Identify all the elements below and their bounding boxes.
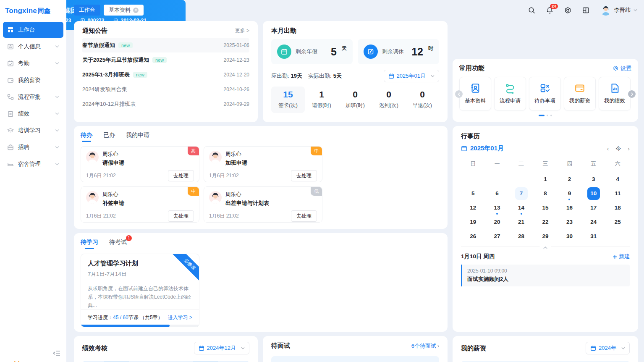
calendar-day[interactable]: 19 (461, 215, 485, 229)
calendar-day[interactable]: 31 (581, 229, 605, 243)
carousel-prev-icon[interactable] (455, 90, 463, 98)
month-select[interactable]: 2025年01月 (384, 70, 439, 82)
calendar-day[interactable]: 26 (461, 229, 485, 243)
todo-card: 低 周乐心 出差申请与计划表 1月6日 21:02 去处理 (204, 186, 322, 223)
tab-basic-profile[interactable]: 基本资料 ✕ (104, 5, 144, 16)
apps-grid-icon[interactable] (582, 7, 589, 14)
tab-workbench[interactable]: 工作台 (74, 5, 100, 16)
enter-learning-link[interactable]: 进入学习 > (168, 314, 192, 321)
user-menu[interactable]: 李晋纬 (600, 5, 637, 16)
carousel-next-icon[interactable] (628, 90, 636, 98)
calendar-day[interactable]: 20 (485, 215, 509, 229)
stat-overtime[interactable]: 0加班(时) (338, 87, 372, 113)
learning-card[interactable]: 必修课 人才管理学习计划 7月1日-7月14日 从求职角度，在面试前建立自己的算… (81, 254, 199, 327)
stat-late[interactable]: 0迟到(次) (372, 87, 406, 113)
sidebar-item-label: 绩效 (18, 110, 29, 118)
handle-button[interactable]: 去处理 (168, 210, 194, 222)
handle-button[interactable]: 去处理 (168, 170, 194, 181)
calendar-day[interactable]: 16 (558, 201, 581, 215)
tab-todo[interactable]: 待办 (81, 131, 92, 142)
stat-checkins[interactable]: 15签卡(次) (271, 87, 305, 113)
stat-early-leave[interactable]: 0早退(次) (406, 87, 439, 113)
calendar-day[interactable]: 15 (533, 201, 557, 215)
chevron-up-icon[interactable] (540, 244, 551, 252)
sidebar-item-performance[interactable]: 绩效 (3, 106, 63, 122)
salary-year-select[interactable]: 2024年 (586, 342, 630, 354)
quick-card-flow-apply[interactable]: 流程申请 (494, 77, 526, 110)
calendar-day[interactable]: 12 (461, 201, 485, 215)
quick-card-basic-profile[interactable]: 基本资料 (459, 77, 491, 110)
carousel-dot[interactable] (539, 115, 545, 116)
learning-panel: 待学习 待考试 1 必修课 人才管理学习计划 7月1日-7月14日 从求职角度，… (74, 233, 448, 332)
calendar-day[interactable]: 10 (581, 186, 605, 200)
calendar-day[interactable]: 5 (461, 186, 485, 200)
calendar-next-icon[interactable]: › (628, 145, 630, 152)
calendar-day[interactable]: 3 (581, 172, 605, 186)
sidebar-item-dormitory[interactable]: 宿舍管理 (3, 156, 63, 172)
tab-to-exam[interactable]: 待考试 1 (109, 239, 127, 249)
sidebar-item-attendance[interactable]: 考勤 (3, 55, 63, 71)
calendar-month-label: 2025年01月 (470, 144, 504, 152)
sidebar-item-recruitment[interactable]: 招聘 (3, 139, 63, 155)
settings-link[interactable]: 设置 (613, 65, 631, 72)
search-icon[interactable] (528, 7, 535, 14)
sidebar-item-workbench[interactable]: 工作台 (3, 22, 63, 38)
sidebar-item-my-salary[interactable]: 我的薪资 (3, 72, 63, 88)
notice-item[interactable]: 2024年10-12月排班表 2024-09-29 (82, 97, 249, 111)
calendar-day[interactable]: 21 (509, 215, 533, 229)
brand-name-en: Tongxine (5, 7, 37, 15)
carousel-dot[interactable] (547, 115, 548, 116)
tab-done[interactable]: 已办 (103, 131, 115, 142)
sidebar-item-personal-info[interactable]: 个人信息 (3, 39, 63, 55)
quick-card-my-salary[interactable]: 我的薪资 (564, 77, 596, 110)
calendar-day[interactable]: 8 (533, 186, 557, 200)
calendar-event[interactable]: 2025-01-10 09:00 面试实施顾问2人 (461, 265, 630, 286)
sidebar-item-workflow-approval[interactable]: 流程审批 (3, 89, 63, 105)
carousel-dot[interactable] (550, 115, 552, 116)
more-link[interactable]: 更多 > (235, 27, 249, 34)
calendar-day[interactable]: 27 (485, 229, 509, 243)
calendar-day[interactable]: 17 (581, 201, 605, 215)
calendar-day[interactable]: 7 (509, 186, 533, 200)
pending-interviews-link[interactable]: 6个待面试› (411, 342, 439, 350)
calendar-day[interactable]: 4 (606, 172, 630, 186)
calendar-day[interactable]: 18 (606, 201, 630, 215)
calendar-day[interactable]: 23 (558, 215, 581, 229)
calendar-today-button[interactable]: 今 (615, 145, 621, 152)
user-name: 李晋纬 (614, 6, 631, 14)
calendar-prev-icon[interactable]: ‹ (607, 145, 609, 152)
calendar-day[interactable]: 1 (533, 172, 557, 186)
calendar-month-select[interactable]: 2025年01月 (461, 144, 504, 152)
perf-month-select[interactable]: 2024年12月 (194, 342, 249, 354)
stat-leave[interactable]: 1请假(时) (305, 87, 338, 113)
handle-button[interactable]: 去处理 (291, 170, 317, 181)
notice-item[interactable]: 春节放假通知 new 2025-01-06 (82, 38, 249, 52)
quick-card-my-performance[interactable]: 我的绩效 (599, 77, 631, 110)
calendar-day[interactable]: 30 (558, 229, 581, 243)
close-icon[interactable]: ✕ (133, 8, 139, 13)
calendar-day[interactable]: 6 (485, 186, 509, 200)
tab-to-learn[interactable]: 待学习 (81, 239, 98, 249)
calendar-day[interactable]: 22 (533, 215, 557, 229)
calendar-day[interactable]: 9 (558, 186, 581, 200)
calendar-icon (199, 345, 204, 351)
calendar-day[interactable]: 11 (606, 186, 630, 200)
notice-item[interactable]: 2025年1-3月排班表 new 2024-12-20 (82, 68, 249, 82)
calendar-day[interactable]: 28 (509, 229, 533, 243)
settings-gear-icon[interactable] (564, 7, 571, 14)
notification-bell-icon[interactable]: 24 (546, 7, 553, 14)
calendar-day[interactable]: 14 (509, 201, 533, 215)
calendar-day[interactable]: 24 (581, 215, 605, 229)
handle-button[interactable]: 去处理 (291, 210, 317, 222)
calendar-day[interactable]: 29 (533, 229, 557, 243)
sidebar-item-training[interactable]: 培训学习 (3, 123, 63, 139)
sidebar-collapse-icon[interactable] (53, 350, 60, 356)
notice-item[interactable]: 关于2025年元旦节放假通知 new 2024-12-23 (82, 53, 249, 67)
notice-item[interactable]: 2024研发项目合集 2024-10-26 (82, 82, 249, 97)
tab-my-applications[interactable]: 我的申请 (126, 131, 149, 142)
quick-card-todo-items[interactable]: 待办事项 (529, 77, 561, 110)
calendar-day[interactable]: 2 (558, 172, 581, 186)
calendar-day[interactable]: 25 (606, 215, 630, 229)
calendar-day[interactable]: 13 (485, 201, 509, 215)
new-event-button[interactable]: 新建 (613, 253, 630, 260)
